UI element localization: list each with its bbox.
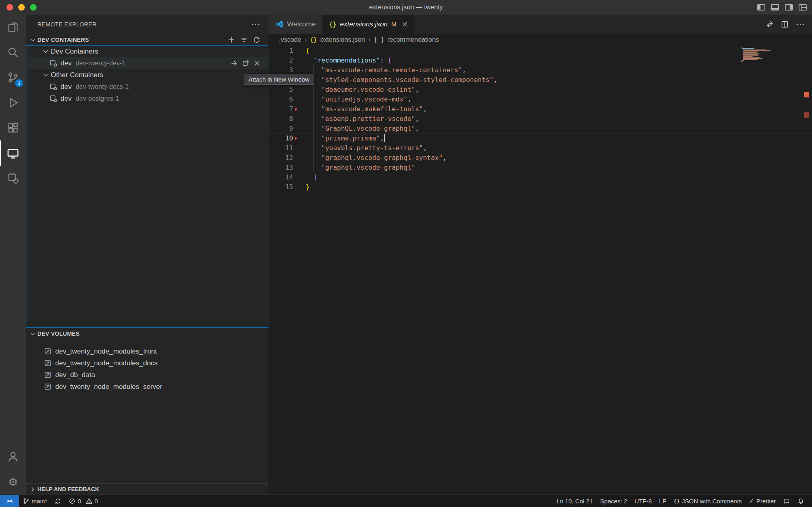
code-text: "ms-vscode.makefile-tools", [306, 104, 427, 114]
stop-container-icon[interactable] [253, 60, 261, 67]
vscode-logo-icon [275, 20, 283, 28]
container-description: dev-postgres-1 [76, 95, 119, 102]
section-help-feedback-header[interactable]: HELP AND FEEDBACK [26, 483, 268, 494]
code-line[interactable]: 6 "unifiedjs.vscode-mdx", [268, 95, 812, 104]
toggle-sidebar-left-icon[interactable] [757, 3, 766, 12]
code-line[interactable]: 9 "GraphQL.vscode-graphql", [268, 124, 812, 134]
add-container-icon[interactable] [228, 36, 235, 43]
window-title: extensions.json — twenty [369, 4, 443, 11]
more-actions-icon[interactable]: ⋯ [796, 20, 805, 29]
code-line[interactable]: 13 "graphql.vscode-graphql" [268, 163, 812, 173]
minimap[interactable] [741, 47, 777, 62]
volume-row[interactable]: dev_twenty_node_modules_docs [26, 357, 268, 369]
refresh-icon[interactable] [253, 36, 260, 43]
code-line[interactable]: 15} [268, 182, 812, 192]
errors-count: 0 [78, 498, 81, 505]
accounts-icon[interactable] [0, 444, 26, 469]
volume-row[interactable]: dev_twenty_node_modules_server [26, 381, 268, 393]
close-window-button[interactable] [6, 4, 13, 11]
code-line[interactable]: 4 "styled-components.vscode-styled-compo… [268, 75, 812, 85]
git-branch-item[interactable]: main* [19, 495, 51, 507]
activity-run-debug-icon[interactable] [0, 90, 26, 115]
code-line[interactable]: 8 "esbenp.prettier-vscode", [268, 114, 812, 124]
indentation[interactable]: Spaces: 2 [596, 498, 631, 505]
encoding[interactable]: UTF-8 [631, 498, 656, 505]
section-dev-containers-header[interactable]: DEV CONTAINERS [26, 34, 268, 45]
filter-list-icon[interactable] [240, 36, 248, 43]
container-row[interactable]: devdev-postgres-1 [26, 93, 268, 104]
maximize-window-button[interactable] [30, 4, 37, 11]
settings-gear-icon[interactable]: ⚙ [0, 469, 26, 494]
code-line[interactable]: 2 "recommendations": [ [268, 56, 812, 65]
code-line[interactable]: 3 "ms-vscode-remote.remote-containers", [268, 65, 812, 75]
code-line[interactable]: 5 "dbaeumer.vscode-eslint", [268, 85, 812, 95]
errors-icon [69, 498, 76, 505]
gutter [293, 182, 306, 192]
container-row[interactable]: devdev-twenty-dev-1 [26, 57, 268, 69]
activity-search-icon[interactable] [0, 40, 26, 65]
gutter [293, 124, 306, 134]
toggle-panel-icon[interactable] [771, 3, 780, 12]
attach-current-window-icon[interactable] [231, 60, 238, 67]
code-line[interactable]: 11 "yoavbls.pretty-ts-errors", [268, 143, 812, 153]
activity-source-control-icon[interactable]: 1 [0, 65, 26, 90]
tree-group-row[interactable]: Other Containers [26, 69, 268, 81]
code-line[interactable]: 14 ] [268, 173, 812, 182]
close-tab-icon[interactable] [402, 21, 408, 28]
gutter [293, 153, 306, 163]
volume-row[interactable]: dev_db_data [26, 369, 268, 381]
tab-extensions-json[interactable]: {} extensions.json M [323, 15, 415, 34]
code-line[interactable]: 1{ [268, 46, 812, 56]
remote-indicator[interactable]: >< [0, 495, 19, 507]
line-number: 11 [268, 143, 293, 153]
code-editor[interactable]: 1{2 "recommendations": [3 "ms-vscode-rem… [268, 46, 812, 494]
editor-group: Welcome {} extensions.json M ⋯ .vscode ›… [268, 15, 812, 494]
split-editor-icon[interactable] [781, 20, 789, 28]
language-mode[interactable]: {} JSON with Comments [670, 498, 745, 505]
activity-remote-explorer-icon[interactable] [0, 140, 26, 166]
code-text: "yoavbls.pretty-ts-errors", [306, 143, 427, 153]
line-number: 15 [268, 182, 293, 192]
line-number: 5 [268, 85, 293, 95]
breadcrumb-folder[interactable]: .vscode [279, 36, 301, 43]
line-number: 14 [268, 173, 293, 182]
cursor-position[interactable]: Ln 10, Col 21 [553, 498, 596, 505]
feedback-icon[interactable] [780, 498, 794, 505]
attach-new-window-icon[interactable] [242, 60, 249, 67]
volume-icon [44, 359, 52, 367]
container-name: dev [60, 95, 71, 103]
toggle-sidebar-right-icon[interactable] [784, 3, 793, 12]
volume-row[interactable]: dev_twenty_node_modules_front [26, 345, 268, 357]
breadcrumb-symbol[interactable]: recommendations [387, 36, 439, 43]
volume-icon [44, 371, 52, 379]
customize-layout-icon[interactable] [798, 3, 807, 12]
container-icon [50, 83, 57, 91]
activity-containers-icon[interactable] [0, 166, 26, 191]
notifications-bell-icon[interactable] [794, 498, 808, 505]
volume-name: dev_twenty_node_modules_docs [55, 359, 158, 367]
formatter-status[interactable]: ✓ Prettier [745, 497, 780, 505]
gutter [293, 173, 306, 182]
minimize-window-button[interactable] [18, 4, 25, 11]
tooltip-attach-new-window: Attach in New Window [244, 74, 314, 85]
section-dev-volumes-header[interactable]: DEV VOLUMES [26, 328, 268, 340]
open-changes-icon[interactable] [766, 20, 774, 28]
macos-traffic-lights [6, 4, 37, 11]
chevron-down-icon [29, 330, 36, 337]
eol-selector[interactable]: LF [655, 498, 670, 505]
code-line[interactable]: 12 "graphql.vscode-graphql-syntax", [268, 153, 812, 163]
more-actions-icon[interactable]: ⋯ [251, 20, 260, 29]
activity-explorer-icon[interactable] [0, 15, 26, 40]
sync-icon [54, 498, 61, 505]
container-row[interactable]: devdev-twenty-docs-1 [26, 81, 268, 93]
overview-ruler-marker [804, 92, 809, 97]
breadcrumb-file[interactable]: extensions.json [320, 36, 365, 43]
problems-item[interactable]: 0 0 [65, 495, 102, 507]
tree-group-row[interactable]: Dev Containers [26, 45, 268, 57]
tab-welcome[interactable]: Welcome [268, 15, 323, 34]
code-line[interactable]: 7 "ms-vscode.makefile-tools", [268, 104, 812, 114]
sidebar-title: REMOTE EXPLORER [37, 21, 97, 28]
sync-changes-button[interactable] [51, 495, 65, 507]
activity-extensions-icon[interactable] [0, 115, 26, 140]
code-line[interactable]: 10 "prisma.prisma", [268, 134, 812, 143]
